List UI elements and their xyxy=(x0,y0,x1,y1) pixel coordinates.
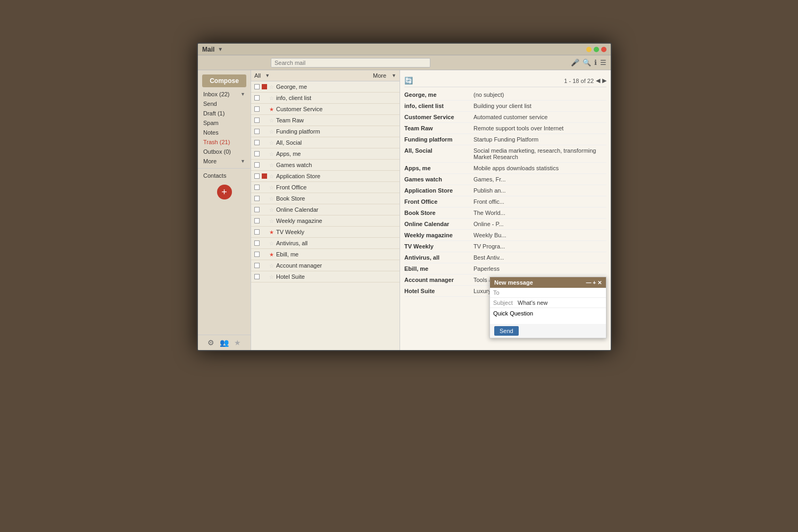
email-checkbox[interactable] xyxy=(254,173,260,179)
popup-to-field[interactable]: To xyxy=(490,288,606,298)
detail-row[interactable]: info, client list Building your client l… xyxy=(404,101,606,112)
email-list-item[interactable]: ☆ George, me xyxy=(251,81,400,93)
sidebar-item-notes[interactable]: Notes xyxy=(198,128,251,137)
sidebar-item-send[interactable]: Send xyxy=(198,99,251,109)
mic-icon[interactable]: 🎤 xyxy=(571,59,579,66)
star-toggle[interactable]: ★ xyxy=(269,252,274,257)
email-list-item[interactable]: ☆ Online Calendar xyxy=(251,204,400,215)
email-checkbox[interactable] xyxy=(254,185,260,190)
star-toggle[interactable]: ☆ xyxy=(269,95,274,101)
email-list-item[interactable]: ☆ Funding platform xyxy=(251,126,400,137)
detail-row[interactable]: Customer Service Automated customer serv… xyxy=(404,112,606,123)
email-checkbox[interactable] xyxy=(254,140,260,145)
star-toggle[interactable]: ☆ xyxy=(269,129,274,135)
maximize-button[interactable] xyxy=(594,47,599,52)
email-list-item[interactable]: ☆ Games watch xyxy=(251,160,400,171)
detail-row[interactable]: Apps, me Mobile apps downloads statistic… xyxy=(404,163,606,174)
email-list-item[interactable]: ☆ Team Raw xyxy=(251,115,400,126)
contacts-icon[interactable]: 👥 xyxy=(220,338,229,347)
refresh-icon[interactable]: 🔄 xyxy=(404,77,413,85)
email-checkbox[interactable] xyxy=(254,196,260,201)
star-toggle[interactable]: ★ xyxy=(269,229,274,235)
close-button[interactable] xyxy=(601,47,606,52)
email-checkbox[interactable] xyxy=(254,162,260,168)
info-icon[interactable]: ℹ xyxy=(594,59,597,66)
email-list-item[interactable]: ☆ Hotel Suite xyxy=(251,271,400,282)
email-list-item[interactable]: ☆ Antivirus, all xyxy=(251,238,400,249)
email-checkbox[interactable] xyxy=(254,118,260,123)
star-toggle[interactable]: ☆ xyxy=(269,274,274,280)
star-toggle[interactable]: ☆ xyxy=(269,151,274,157)
star-toggle[interactable]: ☆ xyxy=(269,84,274,90)
sidebar-item-more[interactable]: More ▼ xyxy=(198,156,251,166)
star-icon[interactable]: ★ xyxy=(234,338,241,347)
all-dropdown-icon[interactable]: ▼ xyxy=(265,73,270,78)
star-toggle[interactable]: ★ xyxy=(269,106,274,112)
next-page-button[interactable]: ▶ xyxy=(602,77,606,84)
detail-row[interactable]: Funding platform Startup Funding Platfor… xyxy=(404,134,606,145)
email-checkbox[interactable] xyxy=(254,252,260,257)
email-checkbox[interactable] xyxy=(254,84,260,89)
email-checkbox[interactable] xyxy=(254,263,260,268)
search-icon[interactable]: 🔍 xyxy=(583,59,591,66)
detail-row[interactable]: Games watch Games, Fr... xyxy=(404,174,606,185)
detail-row[interactable]: All, Social Social media marketing, rese… xyxy=(404,145,606,163)
dropdown-icon[interactable]: ▼ xyxy=(218,46,223,52)
email-list-item[interactable]: ☆ Apps, me xyxy=(251,148,400,160)
email-list-item[interactable]: ★ Ebill, me xyxy=(251,249,400,260)
email-checkbox[interactable] xyxy=(254,274,260,279)
star-toggle[interactable]: ☆ xyxy=(269,240,274,246)
detail-row[interactable]: TV Weekly TV Progra... xyxy=(404,241,606,252)
detail-row[interactable]: Antivirus, all Best Antiv... xyxy=(404,252,606,263)
email-checkbox[interactable] xyxy=(254,207,260,212)
detail-row[interactable]: Weekly magazine Weekly Bu... xyxy=(404,230,606,241)
popup-subject-field[interactable]: Subject What's new xyxy=(490,298,606,308)
email-checkbox[interactable] xyxy=(254,229,260,235)
star-toggle[interactable]: ☆ xyxy=(269,118,274,123)
fab-compose-button[interactable]: + xyxy=(217,185,232,200)
send-button[interactable]: Send xyxy=(494,326,519,336)
star-toggle[interactable]: ☆ xyxy=(269,263,274,269)
sidebar-item-contacts[interactable]: Contacts xyxy=(198,171,251,180)
email-list-item[interactable]: ★ TV Weekly xyxy=(251,227,400,238)
star-toggle[interactable]: ☆ xyxy=(269,140,274,146)
detail-row[interactable]: George, me (no subject) xyxy=(404,89,606,101)
star-toggle[interactable]: ☆ xyxy=(269,218,274,224)
menu-icon[interactable]: ☰ xyxy=(600,59,606,66)
email-list-item[interactable]: ☆ Account manager xyxy=(251,260,400,271)
sidebar-item-trash[interactable]: Trash (21) xyxy=(198,137,251,147)
email-list-item[interactable]: ☆ Front Office xyxy=(251,182,400,193)
email-checkbox[interactable] xyxy=(254,95,260,101)
email-checkbox[interactable] xyxy=(254,129,260,134)
email-checkbox[interactable] xyxy=(254,151,260,156)
compose-button[interactable]: Compose xyxy=(202,74,246,87)
email-list-item[interactable]: ☆ Weekly magazine xyxy=(251,215,400,227)
more-label[interactable]: More xyxy=(373,72,386,79)
detail-row[interactable]: Application Store Publish an... xyxy=(404,185,606,196)
detail-row[interactable]: Team Raw Remote support tools over Inter… xyxy=(404,123,606,134)
detail-row[interactable]: Online Calendar Online - P... xyxy=(404,219,606,230)
settings-icon[interactable]: ⚙ xyxy=(207,338,214,347)
email-list-item[interactable]: ☆ All, Social xyxy=(251,137,400,148)
search-input[interactable] xyxy=(271,58,430,68)
star-toggle[interactable]: ☆ xyxy=(269,173,274,179)
email-list-item[interactable]: ★ Customer Service xyxy=(251,104,400,115)
popup-body[interactable]: Quick Question xyxy=(490,308,606,324)
email-list-item[interactable]: ☆ Application Store xyxy=(251,171,400,182)
detail-row[interactable]: Ebill, me Paperless xyxy=(404,263,606,275)
popup-controls[interactable]: — + ✕ xyxy=(586,280,602,286)
star-toggle[interactable]: ☆ xyxy=(269,162,274,168)
more-dropdown-icon[interactable]: ▼ xyxy=(392,73,396,78)
minimize-button[interactable] xyxy=(586,47,592,52)
sidebar-item-outbox[interactable]: Outbox (0) xyxy=(198,147,251,156)
star-toggle[interactable]: ☆ xyxy=(269,185,274,190)
email-checkbox[interactable] xyxy=(254,240,260,246)
email-checkbox[interactable] xyxy=(254,218,260,223)
sidebar-item-spam[interactable]: Spam xyxy=(198,118,251,128)
star-toggle[interactable]: ☆ xyxy=(269,207,274,213)
prev-page-button[interactable]: ◀ xyxy=(596,77,600,84)
sidebar-item-inbox[interactable]: Inbox (22) ▼ xyxy=(198,89,251,99)
sidebar-item-draft[interactable]: Draft (1) xyxy=(198,109,251,118)
all-label[interactable]: All xyxy=(254,72,261,79)
star-toggle[interactable]: ☆ xyxy=(269,196,274,202)
